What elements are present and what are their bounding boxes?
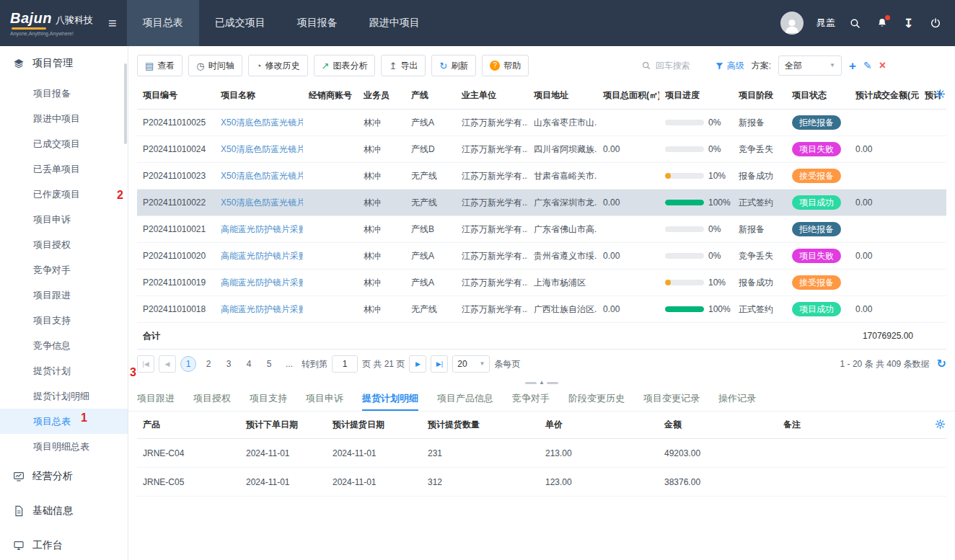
sidebar-item[interactable]: 提货计划明细 bbox=[0, 383, 128, 409]
address-cell: 广东省深圳市龙... bbox=[528, 190, 597, 216]
edit-scheme-button[interactable]: ✎ bbox=[863, 61, 872, 71]
sidebar-section[interactable]: 项目管理 bbox=[0, 46, 128, 81]
toolbar-button[interactable]: ↻刷新 bbox=[431, 55, 476, 76]
project-row[interactable]: P202411010020高能蓝光防护镜片采购...林冲产线A江苏万新光学有..… bbox=[137, 243, 946, 270]
toolbar-button[interactable]: ↥导出 bbox=[381, 55, 426, 76]
detail-tab[interactable]: 项目申诉 bbox=[306, 387, 343, 411]
detail-row[interactable]: JRNE-C042024-11-012024-11-01231213.00492… bbox=[137, 439, 946, 468]
search-icon[interactable] bbox=[848, 17, 862, 30]
progress-bar bbox=[665, 306, 704, 312]
product-line-cell: 产线A bbox=[405, 270, 456, 296]
project-row[interactable]: P202411010019高能蓝光防护镜片采购...林冲产线A江苏万新光学有..… bbox=[137, 270, 946, 296]
goto-page-input[interactable] bbox=[332, 355, 358, 373]
toolbar-button-label: 帮助 bbox=[503, 60, 521, 72]
amount-cell: 0.00 bbox=[850, 243, 919, 270]
detail-tab[interactable]: 操作记录 bbox=[718, 387, 756, 411]
splitter-handle[interactable]: ▲ bbox=[128, 378, 955, 387]
notification-bell-icon[interactable] bbox=[875, 17, 889, 30]
page-number[interactable]: ... bbox=[281, 356, 297, 372]
sidebar-item[interactable]: 竞争信息 bbox=[0, 333, 128, 358]
first-page-button[interactable]: |◀ bbox=[137, 355, 154, 373]
search-input[interactable] bbox=[656, 61, 708, 71]
page-number[interactable]: 4 bbox=[241, 356, 257, 372]
table-settings-gear-icon[interactable] bbox=[935, 89, 946, 100]
page-number[interactable]: 5 bbox=[261, 356, 277, 372]
detail-settings-gear-icon[interactable] bbox=[935, 419, 946, 430]
sidebar-item[interactable]: 提货计划 bbox=[0, 358, 128, 383]
avatar[interactable] bbox=[780, 12, 804, 35]
detail-tab[interactable]: 项目支持 bbox=[250, 387, 287, 411]
prev-page-button[interactable]: ◀ bbox=[159, 355, 176, 373]
sidebar-section[interactable]: 经营分析 bbox=[0, 459, 128, 494]
project-row[interactable]: P202411010024X50清底色防蓝光镜片...林冲产线D江苏万新光学有.… bbox=[137, 136, 946, 163]
amount-cell bbox=[850, 163, 919, 190]
sidebar-item[interactable]: 已丢单项目 bbox=[0, 156, 128, 182]
add-scheme-button[interactable]: + bbox=[849, 60, 856, 72]
toolbar-button[interactable]: ◷时间轴 bbox=[188, 55, 242, 76]
progress-label: 100% bbox=[708, 197, 731, 208]
delete-scheme-button[interactable]: × bbox=[879, 60, 886, 71]
project-name-link[interactable]: 高能蓝光防护镜片采购... bbox=[221, 251, 303, 261]
page-number[interactable]: 2 bbox=[201, 356, 216, 372]
salesman-cell: 林冲 bbox=[358, 296, 405, 323]
unit-price-cell: 213.00 bbox=[540, 439, 659, 468]
sidebar-item[interactable]: 已成交项目 bbox=[0, 131, 128, 156]
sidebar-item[interactable]: 项目申诉 bbox=[0, 207, 128, 232]
next-page-button[interactable]: ▶ bbox=[409, 355, 426, 373]
sidebar-item[interactable]: 已作废项目 bbox=[0, 182, 128, 207]
project-name-link[interactable]: X50清底色防蓝光镜片... bbox=[221, 117, 303, 128]
project-row[interactable]: P202411010023X50清底色防蓝光镜片...林冲无产线江苏万新光学有.… bbox=[137, 163, 946, 190]
project-row[interactable]: P202411010021高能蓝光防护镜片采购...林冲产线B江苏万新光学有..… bbox=[137, 216, 946, 243]
toolbar-button[interactable]: ↗图表分析 bbox=[314, 55, 376, 76]
nav-tab[interactable]: 跟进中项目 bbox=[353, 0, 436, 46]
detail-tab[interactable]: 阶段变更历史 bbox=[568, 387, 625, 411]
toolbar-button[interactable]: ▤查看 bbox=[137, 55, 182, 76]
username[interactable]: 晁盖 bbox=[817, 17, 835, 30]
detail-tab[interactable]: 项目跟进 bbox=[137, 387, 175, 411]
status-badge: 接受报备 bbox=[792, 275, 841, 290]
sidebar-item[interactable]: 跟进中项目 bbox=[0, 106, 128, 131]
nav-tab[interactable]: 项目报备 bbox=[281, 0, 353, 46]
hamburger-menu-icon[interactable]: ≡ bbox=[108, 16, 117, 30]
sidebar-item[interactable]: 项目支持 bbox=[0, 308, 128, 333]
project-row[interactable]: P202411010018高能蓝光防护镜片采购...林冲无产线江苏万新光学有..… bbox=[137, 296, 946, 323]
project-name-cell: 高能蓝光防护镜片采购... bbox=[215, 216, 303, 243]
detail-tab[interactable]: 项目变更记录 bbox=[643, 387, 700, 411]
project-name-link[interactable]: X50清底色防蓝光镜片... bbox=[221, 171, 303, 181]
detail-tab[interactable]: 提货计划明细 bbox=[362, 387, 418, 411]
detail-row[interactable]: JRNE-C052024-11-012024-11-01312123.00383… bbox=[137, 468, 946, 497]
detail-tab[interactable]: 竞争对手 bbox=[512, 387, 550, 411]
toolbar-button[interactable]: ?帮助 bbox=[482, 55, 529, 76]
sidebar-scrollbar[interactable] bbox=[124, 63, 127, 144]
detail-tab[interactable]: 项目产品信息 bbox=[437, 387, 493, 411]
toolbar-button[interactable]: ◔修改历史 bbox=[248, 55, 308, 76]
sidebar-item[interactable]: 项目总表 bbox=[0, 409, 128, 434]
project-name-link[interactable]: X50清底色防蓝光镜片... bbox=[221, 197, 303, 208]
project-name-link[interactable]: 高能蓝光防护镜片采购... bbox=[221, 304, 303, 314]
sidebar-item[interactable]: 项目跟进 bbox=[0, 283, 128, 308]
last-page-button[interactable]: ▶| bbox=[431, 355, 448, 373]
sidebar-section[interactable]: 工作台 bbox=[0, 528, 128, 560]
sidebar-item[interactable]: 项目报备 bbox=[0, 81, 128, 106]
project-row[interactable]: P202411010025X50清底色防蓝光镜片...林冲产线A江苏万新光学有.… bbox=[137, 110, 946, 136]
advanced-filter-button[interactable]: 高级 bbox=[715, 60, 744, 72]
sidebar-item[interactable]: 项目授权 bbox=[0, 232, 128, 257]
refresh-list-icon[interactable]: ↻ bbox=[937, 358, 946, 370]
search-box[interactable] bbox=[641, 61, 708, 71]
page-number[interactable]: 3 bbox=[221, 356, 237, 372]
page-size-select[interactable]: 20▼ bbox=[452, 355, 490, 373]
project-name-link[interactable]: X50清底色防蓝光镜片... bbox=[221, 144, 303, 154]
page-number[interactable]: 1 bbox=[180, 356, 196, 372]
power-icon[interactable] bbox=[928, 17, 942, 30]
sidebar-item[interactable]: 竞争对手 bbox=[0, 257, 128, 283]
sidebar-section[interactable]: 基础信息 bbox=[0, 494, 128, 528]
nav-tab[interactable]: 已成交项目 bbox=[199, 0, 281, 46]
nav-tab[interactable]: 项目总表 bbox=[127, 0, 199, 46]
project-name-link[interactable]: 高能蓝光防护镜片采购... bbox=[221, 224, 303, 234]
sidebar-item[interactable]: 项目明细总表 bbox=[0, 434, 128, 459]
project-row[interactable]: P202411010022X50清底色防蓝光镜片...林冲无产线江苏万新光学有.… bbox=[137, 190, 946, 216]
project-name-link[interactable]: 高能蓝光防护镜片采购... bbox=[221, 277, 303, 288]
download-icon[interactable]: ↧ bbox=[902, 17, 915, 30]
detail-tab[interactable]: 项目授权 bbox=[193, 387, 231, 411]
scheme-select[interactable]: 全部 ▼ bbox=[778, 55, 842, 76]
